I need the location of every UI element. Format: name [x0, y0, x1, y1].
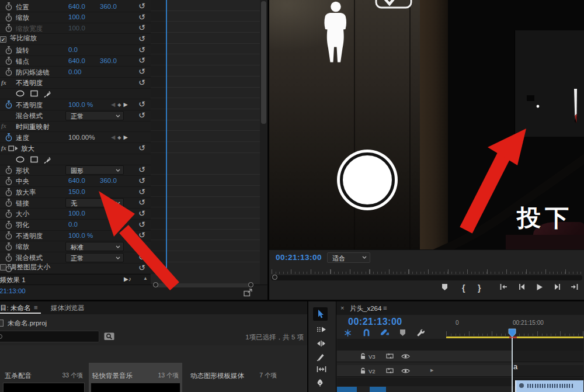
reset-icon[interactable]: ↺	[138, 187, 145, 196]
timeline-playhead-handle[interactable]	[508, 328, 516, 338]
program-mini-ruler[interactable]	[272, 266, 582, 274]
mark-in-button[interactable]: {	[462, 283, 465, 293]
reset-icon[interactable]: ↺	[138, 34, 145, 43]
close-icon[interactable]: ×	[340, 304, 344, 311]
stopwatch-icon[interactable]	[5, 221, 12, 229]
track-toggle-strip[interactable]	[337, 387, 357, 392]
next-keyframe-icon[interactable]: ▶	[123, 134, 127, 140]
effect-controls-timecode[interactable]: 00:21:13:00	[0, 287, 26, 294]
add-marker-button[interactable]	[442, 283, 448, 291]
step-forward-button[interactable]	[554, 283, 561, 290]
stopwatch-icon[interactable]	[5, 188, 12, 196]
property-value-2[interactable]: 360.0	[100, 3, 117, 10]
stopwatch-icon[interactable]	[5, 231, 12, 240]
property-value[interactable]: 0.0	[68, 221, 78, 228]
prev-keyframe-icon[interactable]: ◀	[111, 134, 115, 140]
razor-tool[interactable]	[317, 353, 325, 361]
ellipse-mask-icon[interactable]	[16, 156, 25, 164]
next-keyframe-icon[interactable]: ▶	[123, 101, 127, 107]
reset-icon[interactable]: ↺	[138, 45, 145, 54]
stopwatch-icon[interactable]	[5, 199, 12, 207]
property-dropdown[interactable]: 标准	[65, 242, 124, 251]
zoom-scrollbar[interactable]	[153, 282, 253, 288]
reset-icon[interactable]: ↺	[138, 143, 145, 152]
prev-keyframe-icon[interactable]: ◀	[111, 101, 115, 107]
stopwatch-icon[interactable]	[5, 242, 12, 251]
panel-menu-icon[interactable]: ≡	[383, 304, 387, 311]
reset-icon[interactable]: ↺	[138, 12, 145, 22]
tab-media-browser[interactable]: 媒体浏览器	[51, 304, 85, 313]
tab-project[interactable]: 目: 未命名	[0, 304, 30, 313]
reset-icon[interactable]: ↺	[138, 55, 145, 65]
scrubber-handle[interactable]	[272, 275, 277, 280]
stopwatch-icon[interactable]	[5, 13, 12, 22]
mark-out-button[interactable]: }	[478, 283, 481, 293]
property-value[interactable]: 0.0	[68, 46, 78, 53]
ellipse-mask-icon[interactable]	[16, 90, 25, 98]
zoom-level-dropdown[interactable]: 适合	[327, 252, 370, 263]
stopwatch-icon[interactable]	[5, 100, 12, 109]
reset-icon[interactable]: ↺	[138, 241, 145, 251]
property-dropdown[interactable]: 正常	[65, 253, 124, 262]
zoom-handle-left[interactable]	[153, 282, 158, 287]
pen-mask-icon[interactable]	[44, 156, 51, 164]
zoom-handle-right[interactable]	[248, 282, 253, 287]
add-keyframe-icon[interactable]: ◆	[117, 135, 121, 140]
stopwatch-icon[interactable]	[5, 57, 12, 65]
reset-icon[interactable]: ↺	[138, 230, 145, 240]
audio-effects-section-header[interactable]: 音频效果 1 ▶♪	[0, 274, 151, 285]
pen-mask-icon[interactable]	[44, 90, 51, 98]
lock-icon[interactable]	[360, 367, 366, 374]
search-input[interactable]	[0, 331, 99, 342]
reset-icon[interactable]: ↺	[138, 197, 145, 207]
linked-selection-button[interactable]	[380, 329, 390, 336]
eye-icon[interactable]	[401, 353, 410, 359]
search-bin-icon[interactable]	[104, 332, 114, 341]
keyframe-navigator[interactable]: ◀◆▶	[111, 134, 137, 140]
project-file-name[interactable]: 未命名.prproj	[8, 319, 47, 328]
property-dropdown[interactable]: 无	[65, 198, 124, 207]
bin-thumbnail[interactable]	[3, 383, 85, 392]
expand-arrow-icon[interactable]: ▶	[430, 368, 433, 373]
go-to-in-button[interactable]	[499, 283, 507, 290]
property-checkbox[interactable]: ✓等比缩放	[0, 34, 37, 41]
pan-view-icon[interactable]	[244, 289, 253, 297]
sync-lock-icon[interactable]	[386, 367, 394, 374]
stopwatch-icon[interactable]	[5, 177, 12, 185]
property-value[interactable]: 100.0	[68, 25, 85, 32]
property-dropdown[interactable]: 圆形	[65, 165, 124, 175]
property-value[interactable]: 0.00	[68, 68, 81, 75]
reset-icon[interactable]: ↺	[138, 165, 145, 174]
bin-thumbnail[interactable]	[91, 383, 180, 392]
property-value-2[interactable]: 360.0	[100, 57, 117, 64]
effect-controls-playhead[interactable]	[166, 0, 167, 274]
reset-icon[interactable]: ↺	[138, 78, 145, 87]
keyframe-navigator[interactable]: ◀◆▶	[111, 101, 137, 107]
property-value[interactable]: 640.0	[68, 177, 85, 184]
reset-icon[interactable]: ↺	[138, 67, 145, 76]
timeline-track-row[interactable]: V3	[337, 351, 583, 362]
stopwatch-icon[interactable]	[5, 254, 12, 262]
ripple-edit-tool[interactable]	[317, 340, 326, 347]
go-to-out-button[interactable]	[571, 283, 579, 290]
timeline-track-row[interactable]: V2 ▶	[337, 365, 583, 377]
property-value[interactable]: 640.0	[68, 3, 85, 10]
eye-icon[interactable]	[401, 368, 410, 374]
property-value[interactable]: 100.0 %	[68, 101, 93, 108]
play-button[interactable]	[536, 283, 543, 291]
reset-icon[interactable]: ↺	[138, 263, 145, 272]
fx-badge-icon[interactable]: fx	[1, 123, 6, 129]
vertical-scrollbar[interactable]	[260, 0, 267, 300]
rect-mask-icon[interactable]	[30, 90, 38, 98]
reset-icon[interactable]: ↺	[138, 99, 145, 109]
property-value[interactable]: 100.0	[68, 210, 85, 217]
reset-icon[interactable]: ↺	[138, 176, 145, 185]
program-scrubber[interactable]	[271, 275, 582, 280]
zoom-scrollbar-track[interactable]	[155, 283, 251, 287]
sync-lock-icon[interactable]	[386, 353, 394, 359]
project-bin-item[interactable]: 五杀配音 33 个项	[1, 365, 86, 392]
project-bin-item[interactable]: 轻快背景音乐 13 个项	[89, 363, 182, 392]
stopwatch-icon[interactable]	[5, 210, 12, 218]
property-value-2[interactable]: 360.0	[100, 177, 117, 184]
effect-controls-timeline-lane[interactable]	[151, 0, 260, 300]
